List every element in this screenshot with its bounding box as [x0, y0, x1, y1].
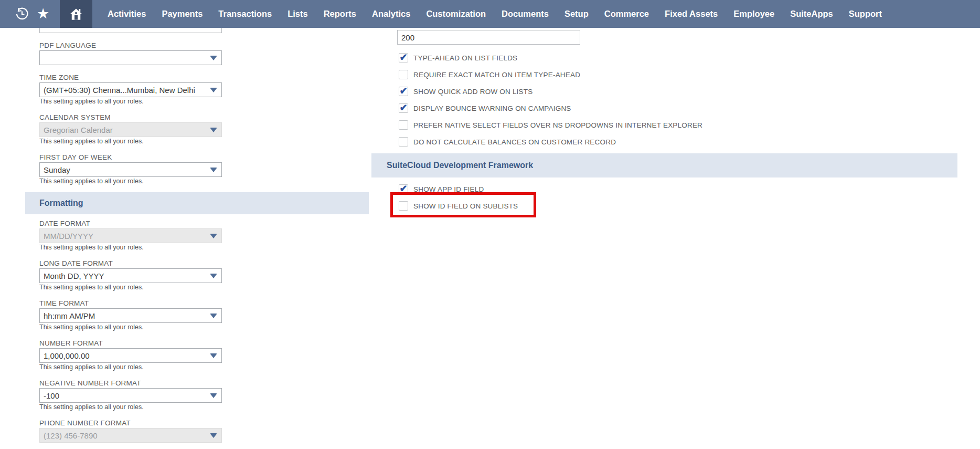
field-time-format: TIME FORMAT hh:mm AM/PM This setting app…: [39, 299, 222, 331]
chevron-down-icon: [210, 88, 217, 92]
show-quick-add-row-checkbox[interactable]: ✔: [399, 87, 408, 96]
nav-item-employee[interactable]: Employee: [726, 0, 782, 28]
checkbox-row: ✔ TYPE-AHEAD ON LIST FIELDS: [397, 53, 980, 63]
nav-item-documents[interactable]: Documents: [494, 0, 557, 28]
date-format-select: MM/DD/YYYY: [39, 228, 222, 243]
chevron-down-icon: [210, 353, 217, 358]
calendar-system-label: CALENDAR SYSTEM: [39, 113, 222, 121]
time-zone-helper-text: This setting applies to all your roles.: [39, 98, 222, 105]
nav-item-payments[interactable]: Payments: [154, 0, 210, 28]
suitecloud-section-header: SuiteCloud Development Framework: [371, 153, 957, 177]
nav-item-activities[interactable]: Activities: [100, 0, 154, 28]
first-day-of-week-label: FIRST DAY OF WEEK: [39, 153, 222, 161]
select-value: hh:mm AM/PM: [44, 311, 210, 320]
time-format-select[interactable]: hh:mm AM/PM: [39, 308, 222, 323]
time-format-label: TIME FORMAT: [39, 299, 222, 307]
date-format-helper-text: This setting applies to all your roles.: [39, 244, 222, 251]
field-number-format: NUMBER FORMAT 1,000,000.00 This setting …: [39, 339, 222, 371]
phone-number-format-select: (123) 456-7890: [39, 428, 222, 443]
nav-item-transactions[interactable]: Transactions: [210, 0, 280, 28]
select-value: Sunday: [44, 165, 210, 174]
netsuite-preferences-page: ★ Activities Payments Transactions Lists…: [0, 0, 980, 449]
chevron-down-icon: [210, 234, 217, 238]
long-date-format-helper-text: This setting applies to all your roles.: [39, 284, 222, 291]
check-mark-icon: ✔: [399, 53, 407, 62]
select-value: MM/DD/YYYY: [44, 232, 210, 241]
pdf-language-select[interactable]: [39, 50, 222, 65]
chevron-down-icon: [210, 168, 217, 172]
checkbox-label: PREFER NATIVE SELECT FIELDS OVER NS DROP…: [413, 121, 702, 129]
formatting-section-header: Formatting: [25, 192, 369, 214]
select-value: Month DD, YYYY: [44, 272, 210, 280]
field-negative-number-format: NEGATIVE NUMBER FORMAT -100 This setting…: [39, 379, 222, 411]
field-time-zone: TIME ZONE (GMT+05:30) Chenna...Mumbai, N…: [39, 74, 222, 105]
nav-item-setup[interactable]: Setup: [557, 0, 596, 28]
check-mark-icon: ✔: [399, 103, 407, 112]
checkbox-row: ✔ SHOW QUICK ADD ROW ON LISTS: [397, 86, 980, 97]
checkbox-row: PREFER NATIVE SELECT FIELDS OVER NS DROP…: [397, 120, 980, 130]
time-zone-select[interactable]: (GMT+05:30) Chenna...Mumbai, New Delhi: [39, 82, 222, 97]
show-app-id-field-checkbox[interactable]: ✔: [399, 184, 408, 194]
time-format-helper-text: This setting applies to all your roles.: [39, 323, 222, 331]
require-exact-match-checkbox[interactable]: [399, 70, 408, 79]
checkbox-label: SHOW APP ID FIELD: [413, 185, 484, 193]
select-value: (GMT+05:30) Chenna...Mumbai, New Delhi: [44, 86, 210, 95]
nav-item-fixed-assets[interactable]: Fixed Assets: [657, 0, 726, 28]
first-day-of-week-select[interactable]: Sunday: [39, 162, 222, 177]
nav-item-analytics[interactable]: Analytics: [364, 0, 418, 28]
checkbox-row: DO NOT CALCULATE BALANCES ON CUSTOMER RE…: [397, 137, 980, 147]
nav-item-customization[interactable]: Customization: [418, 0, 494, 28]
check-mark-icon: ✔: [399, 86, 407, 96]
home-icon: [68, 6, 84, 22]
long-date-format-label: LONG DATE FORMAT: [39, 259, 222, 267]
checkbox-label: DISPLAY BOUNCE WARNING ON CAMPAIGNS: [413, 105, 571, 112]
select-value: 1,000,000.00: [44, 351, 210, 360]
chevron-down-icon: [210, 314, 217, 318]
number-format-select[interactable]: 1,000,000.00: [39, 348, 222, 363]
chevron-down-icon: [210, 274, 217, 278]
shortcuts-star-icon[interactable]: ★: [33, 0, 54, 28]
long-date-format-select[interactable]: Month DD, YYYY: [39, 268, 222, 283]
select-value: -100: [44, 391, 210, 400]
pdf-language-label: PDF LANGUAGE: [39, 41, 222, 49]
checkbox-label: REQUIRE EXACT MATCH ON ITEM TYPE-AHEAD: [413, 71, 580, 79]
field-phone-number-format: PHONE NUMBER FORMAT (123) 456-7890: [39, 419, 222, 443]
preferences-right-column: ✔ TYPE-AHEAD ON LIST FIELDS REQUIRE EXAC…: [397, 30, 980, 211]
preferences-left-column: PDF LANGUAGE TIME ZONE (GMT+05:30) Chenn…: [39, 21, 222, 449]
field-calendar-system: CALENDAR SYSTEM Gregorian Calendar This …: [39, 113, 222, 145]
type-ahead-on-list-fields-checkbox[interactable]: ✔: [399, 53, 408, 62]
nav-item-commerce[interactable]: Commerce: [596, 0, 657, 28]
calendar-system-select: Gregorian Calendar: [39, 122, 222, 137]
nav-item-reports[interactable]: Reports: [316, 0, 364, 28]
field-first-day-of-week: FIRST DAY OF WEEK Sunday This setting ap…: [39, 153, 222, 185]
checkbox-label: SHOW QUICK ADD ROW ON LISTS: [413, 88, 532, 96]
recent-records-icon[interactable]: [12, 0, 33, 28]
field-long-date-format: LONG DATE FORMAT Month DD, YYYY This set…: [39, 259, 222, 291]
checkbox-label: SHOW ID FIELD ON SUBLISTS: [413, 202, 518, 210]
checkbox-row: SHOW ID FIELD ON SUBLISTS: [397, 201, 980, 211]
nav-item-suiteapps[interactable]: SuiteApps: [782, 0, 841, 28]
checkbox-label: TYPE-AHEAD ON LIST FIELDS: [413, 54, 517, 62]
negative-number-format-select[interactable]: -100: [39, 388, 222, 403]
show-id-field-on-sublists-checkbox[interactable]: [399, 201, 408, 211]
nav-item-support[interactable]: Support: [841, 0, 890, 28]
calendar-system-helper-text: This setting applies to all your roles.: [39, 138, 222, 145]
negative-number-format-label: NEGATIVE NUMBER FORMAT: [39, 379, 222, 387]
time-zone-label: TIME ZONE: [39, 74, 222, 81]
do-not-calculate-balances-checkbox[interactable]: [399, 137, 408, 147]
nav-item-lists[interactable]: Lists: [280, 0, 316, 28]
number-format-label: NUMBER FORMAT: [39, 339, 222, 347]
field-date-format: DATE FORMAT MM/DD/YYYY This setting appl…: [39, 220, 222, 251]
checkbox-row: REQUIRE EXACT MATCH ON ITEM TYPE-AHEAD: [397, 69, 980, 80]
select-value: Gregorian Calendar: [44, 126, 210, 134]
home-nav-tile[interactable]: [60, 0, 92, 28]
display-bounce-warning-checkbox[interactable]: ✔: [399, 103, 408, 113]
top-nav-bar: ★ Activities Payments Transactions Lists…: [0, 0, 980, 28]
chevron-down-icon: [210, 56, 217, 60]
prefer-native-select-fields-checkbox[interactable]: [399, 120, 408, 130]
nav-menu: Activities Payments Transactions Lists R…: [100, 0, 890, 28]
max-entries-input[interactable]: [397, 30, 580, 45]
field-pdf-language: PDF LANGUAGE: [39, 41, 222, 65]
number-format-helper-text: This setting applies to all your roles.: [39, 363, 222, 371]
check-mark-icon: ✔: [399, 184, 407, 193]
